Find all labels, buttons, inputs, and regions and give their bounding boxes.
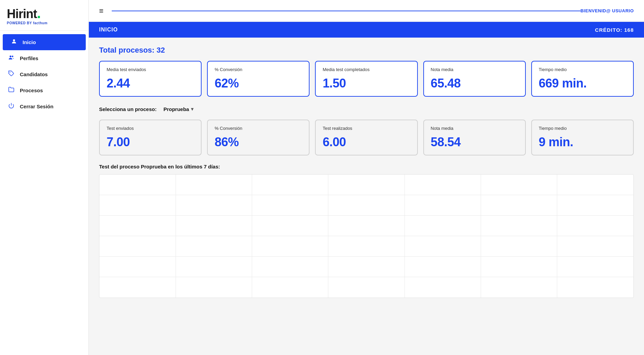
stat-label-2: Media test completados	[323, 67, 410, 73]
sidebar-item-perfiles[interactable]: Perfiles	[0, 50, 88, 66]
sidebar: Hirint. POWERED BY facthum Inicio Perfil…	[0, 0, 89, 355]
stat-value-0: 2.44	[107, 76, 194, 91]
chart-cell	[405, 257, 481, 277]
proc-stat-value-2: 6.00	[323, 135, 410, 149]
chart-row	[99, 216, 633, 236]
chart-area	[99, 174, 634, 298]
tag-icon	[8, 70, 15, 78]
chart-cell	[252, 257, 328, 277]
chart-cell	[557, 236, 633, 257]
topbar-line	[112, 11, 580, 11]
sidebar-item-cerrar-sesion[interactable]: Cerrar Sesión	[0, 98, 88, 114]
chart-cell	[481, 195, 557, 216]
stat-card-tiempo-medio: Tiempo medio 669 min.	[531, 61, 634, 97]
chart-cell	[176, 216, 252, 236]
stat-value-2: 1.50	[323, 76, 410, 91]
chart-cell	[405, 195, 481, 216]
chart-row	[99, 277, 633, 298]
chart-cell	[328, 236, 405, 257]
chart-grid	[99, 175, 633, 298]
chart-row	[99, 195, 633, 216]
stat-label-0: Media test enviados	[107, 67, 194, 73]
chart-cell	[99, 175, 176, 195]
stat-label-1: % Conversión	[215, 67, 302, 73]
main-area: ≡ BIENVENID@ USUARIO INICIO CRÉDITO: 168…	[89, 0, 644, 355]
process-selector-label: Selecciona un proceso:	[99, 106, 156, 112]
logo-dot: .	[37, 5, 41, 21]
menu-button[interactable]: ≡	[99, 6, 104, 15]
inner-content: Total procesos: 32 Media test enviados 2…	[89, 38, 644, 306]
chart-cell	[557, 175, 633, 195]
chart-cell	[99, 236, 176, 257]
proc-stat-label-3: Nota media	[431, 126, 518, 132]
chart-cell	[405, 175, 481, 195]
stat-card-conversion: % Conversión 62%	[207, 61, 310, 97]
chart-row	[99, 257, 633, 277]
logo-powered: POWERED BY facthum	[7, 21, 82, 25]
chart-cell	[176, 277, 252, 298]
sidebar-item-candidatos[interactable]: Candidatos	[0, 66, 88, 82]
sidebar-item-label-perfiles: Perfiles	[20, 55, 38, 61]
chart-cell	[99, 277, 176, 298]
stat-value-1: 62%	[215, 76, 302, 91]
chart-cell	[557, 195, 633, 216]
total-procesos: Total procesos: 32	[99, 46, 634, 55]
stat-card-media-completados: Media test completados 1.50	[315, 61, 417, 97]
total-procesos-value: 32	[156, 46, 165, 54]
process-dropdown[interactable]: Proprueba ▾	[161, 105, 196, 113]
stat-card-media-enviados: Media test enviados 2.44	[99, 61, 202, 97]
topbar-user: BIENVENID@ USUARIO	[580, 8, 634, 13]
topbar-left: ≡	[99, 6, 580, 15]
proc-stat-card-tiempo-medio: Tiempo medio 9 min.	[531, 120, 634, 155]
logo-area: Hirint. POWERED BY facthum	[0, 0, 88, 31]
chart-cell	[481, 175, 557, 195]
svg-point-2	[12, 56, 14, 57]
stat-label-3: Nota media	[431, 67, 518, 73]
chart-cell	[481, 257, 557, 277]
chart-cell	[328, 277, 405, 298]
sidebar-item-label-procesos: Procesos	[20, 87, 43, 93]
stat-value-4: 669 min.	[539, 76, 626, 91]
chart-cell	[176, 257, 252, 277]
sidebar-item-label-candidatos: Candidatos	[20, 71, 48, 77]
sidebar-item-label-inicio: Inicio	[23, 39, 36, 45]
chart-cell	[176, 236, 252, 257]
svg-point-0	[13, 39, 15, 41]
chart-cell	[176, 195, 252, 216]
folder-icon	[8, 86, 15, 94]
proc-stat-value-3: 58.54	[431, 135, 518, 149]
proc-stat-card-nota-media: Nota media 58.54	[423, 120, 526, 155]
sidebar-item-procesos[interactable]: Procesos	[0, 82, 88, 98]
svg-point-1	[10, 55, 11, 57]
stat-card-nota-media: Nota media 65.48	[423, 61, 526, 97]
proc-stat-value-4: 9 min.	[539, 135, 626, 149]
chart-cell	[252, 216, 328, 236]
chart-cell	[99, 216, 176, 236]
chart-cell	[328, 175, 405, 195]
proc-stat-card-conversion: % Conversión 86%	[207, 120, 310, 155]
chart-cell	[99, 195, 176, 216]
chart-cell	[176, 175, 252, 195]
proc-stat-card-enviados: Test enviados 7.00	[99, 120, 202, 155]
chart-label: Test del proceso Proprueba en los último…	[99, 164, 634, 169]
chart-cell	[99, 257, 176, 277]
chart-row	[99, 236, 633, 257]
page-content: INICIO CRÉDITO: 168 Total procesos: 32 M…	[89, 22, 644, 355]
sidebar-nav: Inicio Perfiles Candidatos Procesos	[0, 34, 88, 355]
stat-label-4: Tiempo medio	[539, 67, 626, 73]
chart-cell	[481, 216, 557, 236]
person-icon	[10, 38, 18, 46]
stat-value-3: 65.48	[431, 76, 518, 91]
chart-cell	[557, 216, 633, 236]
global-stats-row: Media test enviados 2.44 % Conversión 62…	[99, 61, 634, 97]
credit-badge: CRÉDITO: 168	[595, 27, 634, 33]
chart-cell	[252, 175, 328, 195]
chart-cell	[405, 216, 481, 236]
chart-cell	[405, 236, 481, 257]
proc-stat-value-1: 86%	[215, 135, 302, 149]
sidebar-item-inicio[interactable]: Inicio	[3, 34, 86, 50]
chart-cell	[328, 257, 405, 277]
process-selector: Selecciona un proceso: Proprueba ▾	[99, 105, 634, 113]
proc-stat-label-2: Test realizados	[323, 126, 410, 132]
proc-stat-card-realizados: Test realizados 6.00	[315, 120, 417, 155]
